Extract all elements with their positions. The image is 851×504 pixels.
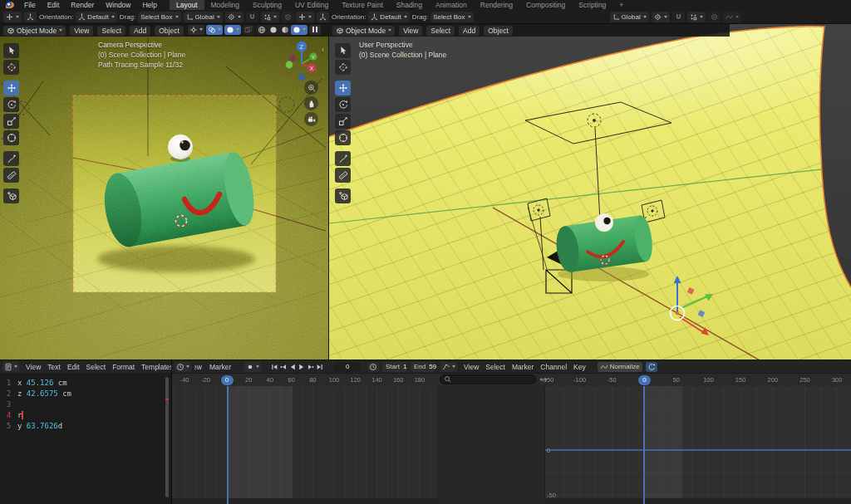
transform-space-dropdown[interactable]: Global — [610, 12, 649, 22]
editor-menu-format[interactable]: Format — [109, 363, 138, 371]
snap-toggle-button[interactable] — [246, 12, 258, 22]
viewport-menu-add[interactable]: Add — [459, 26, 480, 36]
shading-wireframe-button[interactable] — [256, 25, 268, 35]
tool-annotate[interactable] — [335, 151, 351, 166]
menu-render[interactable]: Render — [65, 1, 100, 9]
tool-transform[interactable] — [3, 130, 19, 145]
search-input[interactable] — [452, 374, 530, 384]
menu-window[interactable]: Window — [100, 1, 136, 9]
workspace-tab-shading[interactable]: Shading — [390, 0, 429, 10]
proportional-falloff-button[interactable] — [723, 12, 741, 22]
menu-edit[interactable]: Edit — [42, 1, 66, 9]
snap-target-button[interactable] — [687, 12, 706, 22]
pan-button[interactable] — [304, 96, 318, 110]
normalize-toggle[interactable]: Normalize — [598, 362, 642, 372]
workspace-tab-compositing[interactable]: Compositing — [519, 0, 572, 10]
preview-range-button[interactable] — [367, 362, 379, 372]
next-keyframe-button[interactable] — [306, 362, 315, 372]
channel-search-field[interactable] — [440, 374, 536, 384]
tool-annotate[interactable] — [3, 151, 19, 166]
viewport-menu-object[interactable]: Object — [155, 26, 184, 36]
playhead-frame-badge[interactable]: 0 — [221, 375, 234, 385]
editor-menu-templates[interactable]: Templates — [138, 363, 171, 371]
timeline-ruler[interactable]: -40-2020406080100120140160180 — [172, 374, 438, 387]
timeline-content[interactable] — [172, 386, 438, 504]
workspace-tab--[interactable]: + — [612, 0, 630, 10]
camera-view-button[interactable] — [304, 112, 318, 126]
shading-material-button[interactable] — [279, 25, 291, 35]
play-reverse-button[interactable] — [288, 362, 297, 372]
show-gizmos-button[interactable] — [188, 25, 204, 35]
editor-menu-edit[interactable]: Edit — [64, 363, 83, 371]
proportional-editing-button[interactable] — [282, 12, 294, 22]
workspace-tab-scripting[interactable]: Scripting — [572, 0, 612, 10]
snap-target-button[interactable] — [261, 12, 279, 22]
playhead[interactable] — [227, 386, 229, 504]
editor-menu-marker[interactable]: Marker — [509, 363, 537, 371]
tweak-tool-button[interactable] — [317, 12, 329, 22]
view-menu[interactable]: View — [194, 363, 203, 371]
viewport-camera[interactable]: Object Mode ViewSelectAddObject Camera P… — [0, 23, 328, 360]
auto-normalize-refresh-button[interactable] — [646, 362, 657, 372]
tool-scale[interactable] — [335, 114, 351, 129]
tool-measure[interactable] — [3, 168, 19, 183]
active-tool-button[interactable] — [3, 12, 22, 22]
drag-dropdown[interactable]: Select Box — [138, 12, 180, 22]
shading-settings-button[interactable] — [224, 25, 241, 35]
shading-rendered-button[interactable] — [291, 25, 307, 35]
playhead-frame-badge[interactable]: 0 — [638, 375, 651, 385]
orientation-dropdown[interactable]: Default — [76, 12, 116, 22]
code-area[interactable]: 1x 45.126 cm2z 42.6575 cm34r5y 63.7626d — [0, 374, 171, 504]
orientation-dropdown[interactable]: Default — [368, 12, 409, 22]
drag-dropdown[interactable]: Select Box — [430, 12, 473, 22]
tool-transform[interactable] — [335, 130, 351, 145]
tool-rotate[interactable] — [3, 97, 19, 112]
active-tool-button[interactable] — [296, 12, 314, 22]
frame-end-field[interactable]: End59 — [411, 362, 435, 372]
current-frame-field[interactable]: 0 — [334, 362, 361, 372]
workspace-tab-layout[interactable]: Layout — [170, 0, 204, 10]
zoom-button[interactable] — [304, 81, 318, 95]
show-overlays-button[interactable] — [206, 25, 223, 35]
text-editor-scrollbar[interactable] — [165, 377, 169, 497]
menu-help[interactable]: Help — [136, 1, 162, 9]
editor-menu-select[interactable]: Select — [83, 363, 110, 371]
tool-cursor[interactable] — [335, 60, 351, 75]
mode-selector[interactable]: Object Mode — [332, 26, 395, 36]
workspace-tab-uv-editing[interactable]: UV Editing — [288, 0, 335, 10]
timeline-editor[interactable]: View Marker 0 Start1 End59 -40-202040608… — [172, 360, 438, 504]
editor-menu-key[interactable]: Key — [570, 363, 589, 371]
menu-file[interactable]: File — [18, 1, 42, 9]
editor-menu-select[interactable]: Select — [482, 363, 509, 371]
tool-add-cube[interactable] — [335, 188, 351, 203]
tool-select-box[interactable] — [335, 43, 351, 58]
editor-menu-text[interactable]: Text — [44, 363, 64, 371]
editor-type-button[interactable] — [2, 362, 19, 372]
tool-move[interactable] — [335, 81, 351, 95]
pivot-point-button[interactable] — [652, 12, 670, 22]
workspace-tab-modeling[interactable]: Modeling — [204, 0, 247, 10]
mode-selector[interactable]: Object Mode — [3, 26, 66, 36]
workspace-tab-animation[interactable]: Animation — [429, 0, 474, 10]
viewport-user[interactable]: Object Mode ViewSelectAddObject User Per… — [329, 23, 851, 360]
viewport-menu-object[interactable]: Object — [484, 26, 513, 36]
frame-start-field[interactable]: Start1 — [382, 362, 407, 372]
playhead[interactable] — [643, 386, 645, 504]
viewport-menu-select[interactable]: Select — [97, 26, 125, 36]
tool-add-cube[interactable] — [3, 188, 19, 203]
jump-end-button[interactable] — [315, 362, 324, 372]
viewport-menu-select[interactable]: Select — [426, 26, 455, 36]
pause-render-button[interactable] — [309, 25, 321, 35]
proportional-editing-button[interactable] — [708, 12, 721, 22]
tweak-tool-button[interactable] — [24, 12, 37, 22]
navigation-gizmo[interactable]: Z Y X — [283, 38, 326, 86]
jump-start-button[interactable] — [269, 362, 278, 372]
graph-editor[interactable]: ViewSelectMarkerChannelKey Normalize -15… — [438, 360, 851, 504]
transform-space-dropdown[interactable]: Global — [184, 12, 223, 22]
channel-list[interactable] — [438, 386, 545, 504]
editor-menu-view[interactable]: View — [22, 363, 44, 371]
play-button[interactable] — [297, 362, 306, 372]
tool-measure[interactable] — [335, 168, 351, 183]
viewport-menu-view[interactable]: View — [399, 26, 422, 36]
tool-select-box[interactable] — [3, 43, 19, 58]
